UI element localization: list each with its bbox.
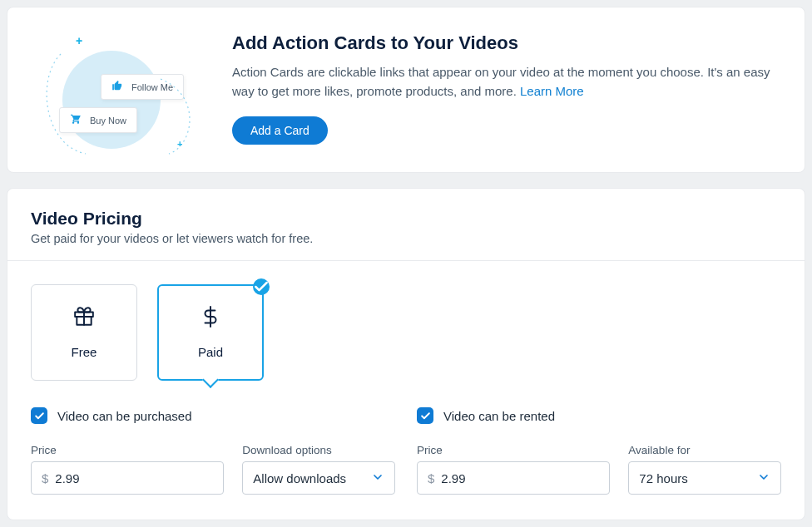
video-pricing-panel: Video Pricing Get paid for your videos o… xyxy=(7,188,805,520)
available-for-label: Available for xyxy=(628,444,781,456)
purchase-checkbox[interactable] xyxy=(31,407,47,424)
add-card-button[interactable]: Add a Card xyxy=(232,116,328,145)
action-cards-text: Add Action Cards to Your Videos Action C… xyxy=(232,32,775,149)
video-pricing-title: Video Pricing xyxy=(31,209,781,229)
available-for-field: Available for 72 hours xyxy=(628,444,781,495)
rent-price-label: Price xyxy=(417,444,610,456)
rent-field-row: Price $ Available for 72 hours xyxy=(417,444,781,495)
currency-prefix: $ xyxy=(428,471,434,485)
available-for-select[interactable]: 72 hours xyxy=(628,461,781,495)
dotted-path-decoration xyxy=(36,46,202,162)
rent-price-input[interactable] xyxy=(441,471,599,485)
pricing-tile-paid[interactable]: Paid xyxy=(157,284,264,381)
rent-checkbox-row: Video can be rented xyxy=(417,407,781,424)
action-cards-panel: + + Follow Me Buy Now Add Action Cards t… xyxy=(7,7,805,173)
rent-checkbox[interactable] xyxy=(417,407,433,424)
rent-price-field: Price $ xyxy=(417,444,610,495)
rent-price-input-wrapper[interactable]: $ xyxy=(417,461,610,495)
action-cards-description-text: Action Cards are clickable links that ap… xyxy=(232,65,770,98)
chevron-down-icon xyxy=(371,470,384,486)
purchase-column: Video can be purchased Price $ Download … xyxy=(31,407,395,495)
purchase-checkbox-label: Video can be purchased xyxy=(57,409,192,423)
rent-column: Video can be rented Price $ Available fo… xyxy=(417,407,781,495)
pricing-columns: Video can be purchased Price $ Download … xyxy=(31,407,781,495)
download-options-label: Download options xyxy=(242,444,395,456)
download-options-value: Allow downloads xyxy=(253,471,346,485)
action-cards-description: Action Cards are clickable links that ap… xyxy=(232,62,775,101)
check-icon xyxy=(34,411,45,421)
pricing-tile-row: Free Paid xyxy=(31,284,781,381)
pricing-tile-free[interactable]: Free xyxy=(31,284,137,381)
currency-prefix: $ xyxy=(42,471,48,485)
available-for-value: 72 hours xyxy=(639,471,687,485)
action-cards-title: Add Action Cards to Your Videos xyxy=(232,32,775,54)
rent-checkbox-label: Video can be rented xyxy=(443,409,555,423)
purchase-price-field: Price $ xyxy=(31,444,224,495)
purchase-price-label: Price xyxy=(31,444,224,456)
purchase-field-row: Price $ Download options Allow downloads xyxy=(31,444,395,495)
pricing-tile-free-label: Free xyxy=(72,345,97,359)
purchase-price-input-wrapper[interactable]: $ xyxy=(31,461,224,495)
purchase-price-input[interactable] xyxy=(55,471,213,485)
check-icon xyxy=(420,411,431,421)
pricing-tile-paid-label: Paid xyxy=(198,345,223,359)
chevron-down-icon xyxy=(757,470,770,486)
dollar-icon xyxy=(200,306,221,330)
download-options-field: Download options Allow downloads xyxy=(242,444,395,495)
purchase-checkbox-row: Video can be purchased xyxy=(31,407,395,424)
action-cards-illustration: + + Follow Me Buy Now xyxy=(27,32,202,149)
learn-more-link[interactable]: Learn More xyxy=(520,84,584,98)
video-pricing-subtitle: Get paid for your videos or let viewers … xyxy=(31,232,781,245)
check-badge-icon xyxy=(253,278,270,295)
gift-icon xyxy=(73,306,95,330)
selected-caret-icon xyxy=(202,372,219,388)
download-options-select[interactable]: Allow downloads xyxy=(242,461,395,495)
divider xyxy=(7,260,805,261)
